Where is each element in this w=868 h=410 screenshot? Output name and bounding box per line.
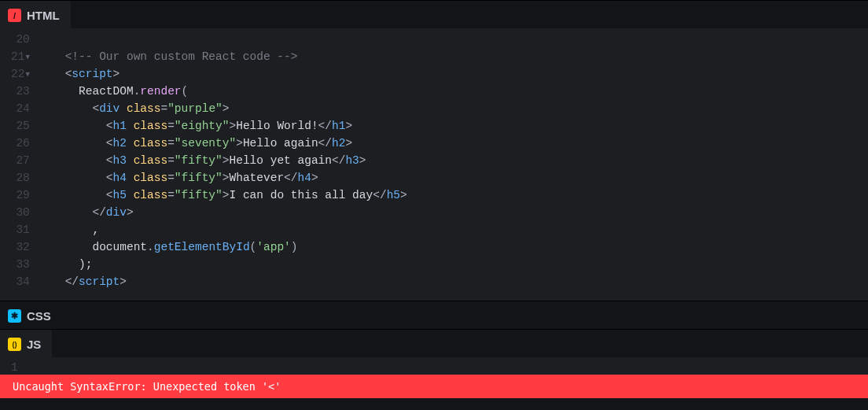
code-line[interactable]: document.getElementById('app') [38, 238, 407, 256]
code-line[interactable]: <h1 class="eighty">Hello World!</h1> [38, 117, 407, 135]
line-number: 31 [11, 221, 30, 238]
line-number: 27 [11, 152, 30, 169]
line-number: 21▼ [11, 48, 30, 65]
js-tab-bar: () JS [0, 329, 868, 357]
html-panel: / HTML 2021▼22▼232425262728293031323334 … [0, 0, 868, 301]
html-editor[interactable]: 2021▼22▼232425262728293031323334 <!-- Ou… [0, 28, 868, 301]
css-panel: ✱ CSS [0, 301, 868, 329]
line-number: 30 [11, 204, 30, 221]
js-icon: () [8, 338, 21, 351]
line-number: 25 [11, 117, 30, 135]
line-number: 24 [11, 100, 30, 117]
code-line[interactable]: </div> [38, 204, 407, 221]
code-line[interactable]: </script> [38, 273, 407, 290]
line-number: 22▼ [11, 65, 30, 83]
code-line[interactable]: ); [38, 256, 407, 273]
tab-label: CSS [27, 309, 51, 323]
line-number: 34 [11, 273, 30, 290]
js-panel: () JS 1 Uncaught SyntaxError: Unexpected… [0, 329, 868, 398]
line-number: 1 [11, 359, 18, 376]
fold-icon[interactable]: ▼ [25, 49, 29, 66]
line-number: 32 [11, 238, 30, 256]
css-icon: ✱ [8, 309, 21, 323]
js-gutter: 1 [0, 359, 26, 375]
tab-label: JS [27, 338, 41, 351]
html-code[interactable]: <!-- Our own custom React code --> <scri… [38, 31, 423, 301]
line-number: 28 [11, 169, 30, 187]
code-line[interactable]: <h5 class="fifty">I can do this all day<… [38, 187, 407, 204]
code-line[interactable]: <div class="purple"> [38, 100, 407, 117]
code-line[interactable]: <h3 class="fifty">Hello yet again</h3> [38, 152, 407, 169]
code-line[interactable]: <!-- Our own custom React code --> [38, 48, 407, 65]
code-line[interactable]: ReactDOM.render( [38, 83, 407, 100]
code-line[interactable]: <h4 class="fifty">Whatever</h4> [38, 169, 407, 187]
css-tab-bar: ✱ CSS [0, 301, 868, 329]
console-error: Uncaught SyntaxError: Unexpected token '… [0, 375, 868, 398]
js-editor[interactable]: 1 [0, 357, 868, 375]
code-line[interactable]: <h2 class="seventy">Hello again</h2> [38, 135, 407, 152]
fold-icon[interactable]: ▼ [25, 66, 29, 83]
line-number: 33 [11, 256, 30, 273]
html-icon: / [8, 9, 21, 22]
code-line[interactable]: , [38, 221, 407, 238]
line-number: 20 [11, 31, 30, 48]
tab-js[interactable]: () JS [0, 330, 52, 357]
html-tab-bar: / HTML [0, 0, 868, 28]
tab-html[interactable]: / HTML [0, 1, 71, 28]
tab-css[interactable]: ✱ CSS [0, 301, 62, 329]
line-number: 23 [11, 83, 30, 100]
line-number: 26 [11, 135, 30, 152]
code-line[interactable] [38, 31, 407, 48]
js-code[interactable] [26, 359, 42, 375]
tab-label: HTML [27, 9, 60, 22]
html-gutter: 2021▼22▼232425262728293031323334 [0, 31, 38, 301]
line-number: 29 [11, 187, 30, 204]
code-line[interactable]: <script> [38, 65, 407, 83]
